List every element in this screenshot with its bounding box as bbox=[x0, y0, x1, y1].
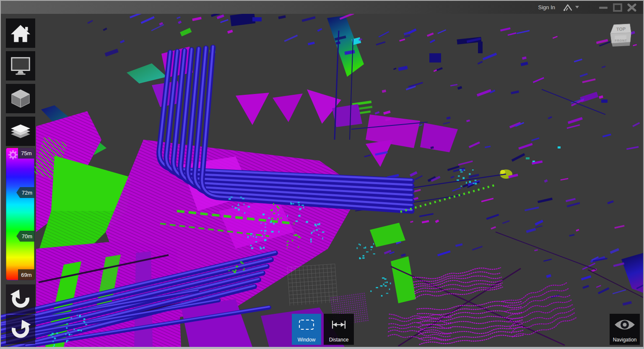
sign-in-button[interactable]: Sign In bbox=[538, 4, 555, 10]
account-menu[interactable] bbox=[563, 4, 579, 11]
window-tool-label: Window bbox=[298, 337, 316, 343]
redo-button[interactable] bbox=[6, 315, 35, 344]
navigation-label: Navigation bbox=[613, 337, 637, 343]
window-tool-button[interactable]: Window bbox=[292, 314, 321, 345]
layers-icon bbox=[9, 121, 32, 141]
viewcube-front-face[interactable]: FRONT bbox=[615, 39, 627, 42]
legend-tick-70m[interactable]: 70m bbox=[16, 231, 35, 242]
cube-icon bbox=[9, 87, 32, 110]
undo-button[interactable] bbox=[6, 284, 35, 314]
undo-arrow-icon bbox=[10, 288, 31, 310]
maximize-button[interactable] bbox=[613, 3, 622, 12]
minimize-button[interactable] bbox=[599, 4, 608, 11]
home-button[interactable] bbox=[6, 18, 35, 48]
viewcube-top-face[interactable]: TOP bbox=[616, 26, 626, 32]
legend-tick-72m[interactable]: 72m bbox=[16, 187, 35, 198]
distance-tool-button[interactable]: Distance bbox=[324, 314, 354, 345]
dashed-rectangle-icon bbox=[297, 318, 316, 332]
redo-arrow-icon bbox=[10, 318, 31, 340]
distance-tool-label: Distance bbox=[329, 337, 349, 343]
legend-tick-75m[interactable]: 75m bbox=[18, 148, 35, 159]
gear-icon[interactable] bbox=[8, 150, 18, 159]
home-icon bbox=[10, 23, 31, 43]
viewport[interactable] bbox=[1, 14, 643, 347]
layers-button[interactable] bbox=[6, 117, 35, 146]
autodesk-logo-icon bbox=[563, 4, 573, 11]
point-cloud-canvas[interactable] bbox=[1, 14, 643, 347]
elevation-legend[interactable]: 75m 72m 70m 69m bbox=[6, 148, 34, 280]
titlebar: Sign In bbox=[1, 1, 643, 14]
distance-arrows-icon bbox=[330, 318, 348, 332]
display-mode-button[interactable] bbox=[6, 51, 35, 81]
navigation-button[interactable]: Navigation bbox=[610, 314, 640, 345]
legend-tick-69m[interactable]: 69m bbox=[18, 269, 35, 280]
eye-icon bbox=[613, 317, 636, 332]
viewcube[interactable]: TOP FRONT bbox=[608, 23, 632, 52]
chevron-down-icon bbox=[575, 6, 579, 9]
close-button[interactable] bbox=[627, 3, 636, 12]
app-window: Sign In bbox=[0, 0, 644, 349]
monitor-icon bbox=[9, 56, 32, 76]
3d-view-button[interactable] bbox=[6, 84, 35, 113]
